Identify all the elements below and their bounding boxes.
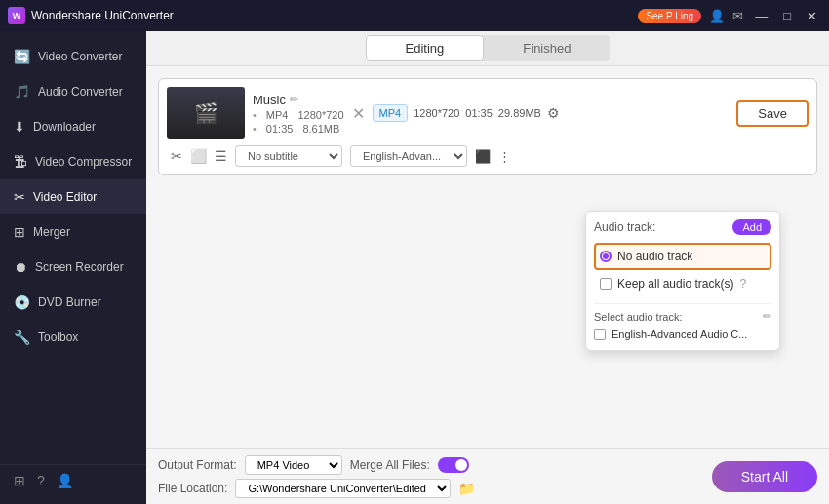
sidebar-item-downloader[interactable]: ⬇ Downloader xyxy=(0,109,146,144)
file-meta: • MP4 1280*720 xyxy=(253,109,344,121)
sidebar-item-video-compressor[interactable]: 🗜 Video Compressor xyxy=(0,144,146,179)
output-settings: MP4 1280*720 01:35 29.89MB ⚙ xyxy=(373,104,726,122)
sidebar-item-audio-converter[interactable]: 🎵 Audio Converter xyxy=(0,74,146,109)
sidebar-item-label: Toolbox xyxy=(38,330,78,344)
sidebar-item-toolbox[interactable]: 🔧 Toolbox xyxy=(0,320,146,355)
more-options-icon[interactable]: ⋮ xyxy=(498,149,511,164)
app-title: Wondershare UniConverter xyxy=(31,9,174,22)
user-icon[interactable]: 👤 xyxy=(709,9,725,23)
list-icon[interactable]: ☰ xyxy=(215,148,227,164)
help-icon[interactable]: ? xyxy=(739,277,746,291)
no-audio-track-option[interactable]: No audio track xyxy=(594,243,771,270)
no-audio-label: No audio track xyxy=(617,250,692,263)
sidebar-grid-icon[interactable]: ⊞ xyxy=(14,473,25,488)
video-thumbnail: 🎬 xyxy=(167,87,245,139)
save-button[interactable]: Save xyxy=(736,100,809,127)
output-size: 29.89MB xyxy=(498,107,541,119)
audio-converter-icon: 🎵 xyxy=(14,84,30,99)
input-format: • xyxy=(253,109,257,121)
file-location-row: File Location: G:\Wondershare UniConvert… xyxy=(158,479,475,498)
dvd-icon: 💿 xyxy=(14,294,30,310)
tab-bar: Editing Finished xyxy=(146,31,829,66)
sidebar-item-label: Video Editor xyxy=(33,190,97,204)
sidebar-item-screen-recorder[interactable]: ⏺ Screen Recorder xyxy=(0,250,146,285)
sidebar-help-icon[interactable]: ? xyxy=(37,473,45,488)
bottom-left: Output Format: MP4 Video Merge All Files… xyxy=(158,455,475,498)
recorder-icon: ⏺ xyxy=(14,259,27,275)
promo-button[interactable]: See P Ling xyxy=(638,9,701,23)
toggle-knob xyxy=(455,459,467,471)
track-item[interactable]: English-Advanced Audio C... xyxy=(594,327,771,342)
sidebar-item-dvd-burner[interactable]: 💿 DVD Burner xyxy=(0,285,146,320)
audio-dropdown-popup: Audio track: Add No audio track Keep all… xyxy=(585,211,780,351)
tool-row: ✂ ⬜ ☰ No subtitle English-Advan... ⬛ ⋮ xyxy=(167,145,809,167)
settings-button[interactable]: ⚙ xyxy=(547,105,560,121)
audio-track-select[interactable]: English-Advan... xyxy=(350,145,467,167)
keep-all-label: Keep all audio track(s) xyxy=(617,277,733,291)
select-track-edit-icon[interactable]: ✏ xyxy=(763,310,771,323)
sidebar-item-label: Downloader xyxy=(33,120,96,134)
input-duration: 01:35 xyxy=(266,123,294,135)
output-format-row: Output Format: MP4 Video Merge All Files… xyxy=(158,455,475,475)
dropdown-header: Audio track: Add xyxy=(594,219,771,235)
cut-icon[interactable]: ✂ xyxy=(171,148,182,164)
app-logo: W xyxy=(8,7,25,24)
sidebar-item-label: Video Converter xyxy=(38,50,123,63)
subtitle-settings-icon[interactable]: ⬛ xyxy=(475,149,491,164)
output-format-badge: MP4 xyxy=(373,104,409,122)
sidebar-item-label: DVD Burner xyxy=(38,295,101,309)
editor-icon: ✂ xyxy=(14,189,25,205)
crop-icon[interactable]: ⬜ xyxy=(190,148,207,164)
file-top-row: 🎬 Music ✏ • MP4 1280*720 • xyxy=(167,87,809,139)
select-track-row: Select audio track: ✏ xyxy=(594,310,771,323)
dropdown-divider xyxy=(594,303,771,304)
maximize-button[interactable]: □ xyxy=(779,9,795,23)
file-location-select[interactable]: G:\Wondershare UniConverter\Edited xyxy=(235,479,451,498)
file-card: 🎬 Music ✏ • MP4 1280*720 • xyxy=(158,78,817,175)
sidebar-item-label: Video Compressor xyxy=(35,155,132,169)
main-layout: 🔄 Video Converter 🎵 Audio Converter ⬇ Do… xyxy=(0,31,829,504)
tab-editing[interactable]: Editing xyxy=(366,35,485,61)
title-bar-right: See P Ling 👤 ✉ — □ ✕ xyxy=(638,9,821,23)
file-location-label: File Location: xyxy=(158,482,227,495)
content-area: Editing Finished 🎬 Music ✏ xyxy=(146,31,829,504)
keep-all-audio-option[interactable]: Keep all audio track(s) ? xyxy=(594,270,771,297)
dropdown-title: Audio track: xyxy=(594,220,655,234)
sidebar-item-video-editor[interactable]: ✂ Video Editor xyxy=(0,179,146,214)
sidebar-item-video-converter[interactable]: 🔄 Video Converter xyxy=(0,39,146,74)
input-size: 8.61MB xyxy=(302,123,339,135)
title-bar: W Wondershare UniConverter See P Ling 👤 … xyxy=(0,0,829,31)
start-all-button[interactable]: Start All xyxy=(712,461,817,492)
edit-name-icon[interactable]: ✏ xyxy=(290,94,298,106)
merge-all-toggle[interactable] xyxy=(438,457,469,473)
bottom-bar: Output Format: MP4 Video Merge All Files… xyxy=(146,448,829,504)
tab-finished[interactable]: Finished xyxy=(484,35,610,61)
convert-arrow-icon: ✕ xyxy=(352,104,365,123)
subtitle-select[interactable]: No subtitle xyxy=(235,145,342,167)
sidebar: 🔄 Video Converter 🎵 Audio Converter ⬇ Do… xyxy=(0,31,146,504)
editor-area: 🎬 Music ✏ • MP4 1280*720 • xyxy=(146,66,829,448)
input-resolution: 1280*720 xyxy=(297,109,343,121)
sidebar-user-icon[interactable]: 👤 xyxy=(57,473,73,488)
add-audio-button[interactable]: Add xyxy=(732,219,771,235)
track-label: English-Advanced Audio C... xyxy=(612,329,747,340)
output-format-label: Output Format: xyxy=(158,458,237,472)
minimize-button[interactable]: — xyxy=(751,9,771,23)
checkbox-keep-all[interactable] xyxy=(600,278,612,290)
select-track-label: Select audio track: xyxy=(594,311,683,323)
sidebar-item-label: Screen Recorder xyxy=(35,260,124,274)
file-info: Music ✏ • MP4 1280*720 • 01:35 8.61MB xyxy=(253,93,344,135)
close-button[interactable]: ✕ xyxy=(803,9,821,23)
file-meta2: • 01:35 8.61MB xyxy=(253,123,344,135)
sidebar-bottom: ⊞ ? 👤 xyxy=(0,464,146,496)
output-format-select[interactable]: MP4 Video xyxy=(245,455,342,475)
tab-group: Editing Finished xyxy=(366,35,611,61)
output-duration: 01:35 xyxy=(465,107,493,119)
sidebar-item-label: Merger xyxy=(33,225,70,239)
sidebar-item-merger[interactable]: ⊞ Merger xyxy=(0,214,146,250)
merge-all-label: Merge All Files: xyxy=(350,458,430,472)
track-checkbox[interactable] xyxy=(594,329,606,340)
open-folder-icon[interactable]: 📁 xyxy=(458,481,475,496)
mail-icon[interactable]: ✉ xyxy=(732,9,743,23)
compressor-icon: 🗜 xyxy=(14,154,27,170)
